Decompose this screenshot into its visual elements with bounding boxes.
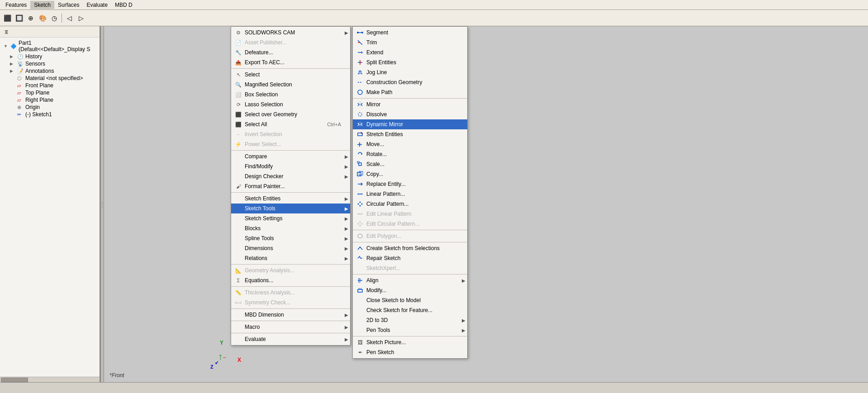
menu-item-solidworks-cam[interactable]: ⚙ SOLIDWORKS CAM ▶ <box>231 28 350 38</box>
menu-item-find-modify[interactable]: Find/Modify ▶ <box>231 161 350 171</box>
menu-item-export-aec[interactable]: 📤 Export To AEC... <box>231 57 350 67</box>
menu-item-align[interactable]: Align ▶ <box>353 275 467 285</box>
menu-item-macro[interactable]: Macro ▶ <box>231 322 350 332</box>
menu-item-extend[interactable]: Extend <box>353 47 467 57</box>
menu-item-stretch-entities[interactable]: Stretch Entities <box>353 129 467 139</box>
menu-item-mirror[interactable]: Mirror <box>353 99 467 109</box>
tree-item-origin[interactable]: ▶ ⊕ Origin <box>0 104 100 111</box>
menu-item-segment[interactable]: Segment <box>353 28 467 38</box>
menu-item-select-all[interactable]: ⬛ Select All Ctrl+A <box>231 119 350 129</box>
svg-point-21 <box>360 194 361 195</box>
menu-item-make-path[interactable]: Make Path <box>353 87 467 97</box>
menu-item-rotate[interactable]: Rotate... <box>353 149 467 159</box>
toolbar-btn-2[interactable]: 🔲 <box>14 13 24 24</box>
menu-item-blocks[interactable]: Blocks ▶ <box>231 223 350 233</box>
menu-item-evaluate[interactable]: Evaluate ▶ <box>231 334 350 344</box>
menu-item-compare[interactable]: Compare ▶ <box>231 152 350 161</box>
menu-features[interactable]: Features <box>2 1 30 9</box>
sep-2 <box>231 150 350 151</box>
menu-item-circular-pattern[interactable]: Circular Pattern... <box>353 199 467 209</box>
menu-item-relations[interactable]: Relations ▶ <box>231 253 350 263</box>
menu-item-box-selection[interactable]: ⬜ Box Selection <box>231 90 350 99</box>
menu-item-create-sketch-from-selections[interactable]: Create Sketch from Selections <box>353 243 467 253</box>
viewport[interactable]: Y ↑ → X Z ↙ *Front ⚙ SOLIDWORKS CAM ▶ 📄 … <box>104 26 868 382</box>
menu-item-pen-sketch[interactable]: ✒ Pen Sketch <box>353 347 467 357</box>
tree-label-sensors: Sensors <box>25 61 45 67</box>
menu-sketch[interactable]: Sketch <box>30 1 54 9</box>
edit-linear-pattern-icon <box>356 210 364 218</box>
tree-expand-sensors[interactable]: ▶ <box>10 62 15 66</box>
edit-circular-pattern-label: Edit Circular Pattern... <box>366 221 419 227</box>
dynamic-mirror-label: Dynamic Mirror <box>366 121 403 128</box>
tree-item-sketch1[interactable]: ▶ ✏ (-) Sketch1 <box>0 111 100 118</box>
find-modify-label: Find/Modify <box>245 163 273 170</box>
toolbar-btn-4[interactable]: 🎨 <box>37 13 48 24</box>
menu-item-equations[interactable]: Σ Equations... <box>231 275 350 285</box>
toolbar-btn-3[interactable]: ⊕ <box>25 13 36 24</box>
menu-surfaces[interactable]: Surfaces <box>54 1 83 9</box>
menu-item-lasso-selection[interactable]: ⟳ Lasso Selection <box>231 99 350 109</box>
menu-mbd[interactable]: MBD D <box>111 1 136 9</box>
menu-item-dimensions[interactable]: Dimensions ▶ <box>231 243 350 253</box>
tree-item-right-plane[interactable]: ▶ ▱ Right Plane <box>0 96 100 104</box>
tree-expand-history[interactable]: ▶ <box>10 54 15 59</box>
menu-item-sketch-settings[interactable]: Sketch Settings ▶ <box>231 213 350 223</box>
menu-item-copy[interactable]: Copy... <box>353 169 467 179</box>
menu-item-move[interactable]: Move... <box>353 139 467 149</box>
spline-tools-label: Spline Tools <box>245 235 274 241</box>
menu-item-dissolve[interactable]: Dissolve <box>353 109 467 119</box>
menu-evaluate[interactable]: Evaluate <box>83 1 111 9</box>
menu-item-defeature[interactable]: 🔧 Defeature... <box>231 47 350 57</box>
menu-item-sketch-picture[interactable]: 🖼 Sketch Picture... <box>353 337 467 347</box>
tree-hscrollbar[interactable] <box>0 377 100 382</box>
menu-item-design-checker[interactable]: Design Checker ▶ <box>231 171 350 181</box>
menu-item-jog-line[interactable]: Jog Line <box>353 67 467 77</box>
thickness-analysis-label: Thickness Analysis... <box>245 289 295 296</box>
menu-item-select-over-geometry[interactable]: ⬛ Select over Geometry <box>231 109 350 119</box>
menu-item-close-sketch-to-model[interactable]: Close Sketch to Model <box>353 295 467 305</box>
menu-item-replace-entity[interactable]: Replace Entity... <box>353 179 467 189</box>
menu-item-construction-geometry[interactable]: Construction Geometry <box>353 77 467 87</box>
tree-icon-part: 🔷 <box>10 43 17 49</box>
tree-item-top-plane[interactable]: ▶ ▱ Top Plane <box>0 89 100 96</box>
menu-item-repair-sketch[interactable]: Repair Sketch <box>353 253 467 263</box>
menu-item-modify[interactable]: Modify... <box>353 285 467 295</box>
tree-resize-handle[interactable] <box>100 26 104 382</box>
tree-icon-filter[interactable]: ⧖ <box>2 27 11 36</box>
menu-item-select[interactable]: ↖ Select <box>231 70 350 80</box>
toolbar-btn-1[interactable]: ⬛ <box>2 13 13 24</box>
tree-expand-part[interactable]: ▼ <box>4 44 9 48</box>
menu-item-mbd-dimension[interactable]: MBD Dimension ▶ <box>231 310 350 320</box>
tree-item-annotations[interactable]: ▶ 📝 Annotations <box>0 67 100 75</box>
toolbar-btn-5[interactable]: ◷ <box>49 13 60 24</box>
sub-sep-4 <box>353 274 467 275</box>
tree-item-material[interactable]: ▶ ⬡ Material <not specified> <box>0 75 100 82</box>
copy-label: Copy... <box>366 171 383 177</box>
menu-item-sketch-entities[interactable]: Sketch Entities ▶ <box>231 194 350 204</box>
menu-item-dynamic-mirror[interactable]: Dynamic Mirror <box>353 119 467 129</box>
toolbar-btn-6[interactable]: ◁ <box>64 13 75 24</box>
toolbar-btn-7[interactable]: ▷ <box>76 13 86 24</box>
menu-item-linear-pattern[interactable]: Linear Pattern... <box>353 189 467 199</box>
tree-scroll-thumb[interactable] <box>1 378 28 382</box>
menu-item-pen-tools[interactable]: Pen Tools ▶ <box>353 325 467 335</box>
menu-item-split-entities[interactable]: Split Entities <box>353 57 467 67</box>
tree-item-sensors[interactable]: ▶ 📡 Sensors <box>0 60 100 67</box>
menu-item-trim[interactable]: Trim <box>353 38 467 47</box>
menu-item-sketch-tools[interactable]: Sketch Tools ▶ <box>231 204 350 213</box>
tree-expand-annotations[interactable]: ▶ <box>10 69 15 73</box>
menu-item-magnified-selection[interactable]: 🔍 Magnified Selection <box>231 80 350 90</box>
tree-item-part[interactable]: ▼ 🔷 Part1 (Default<<Default>_Display S <box>0 39 100 53</box>
svg-point-31 <box>361 223 363 225</box>
tree-item-history[interactable]: ▶ 🕐 History <box>0 53 100 60</box>
menu-item-format-painter[interactable]: 🖌 Format Painter... <box>231 181 350 191</box>
sep-8 <box>231 333 350 333</box>
menu-item-check-sketch-for-feature[interactable]: Check Sketch for Feature... <box>353 305 467 315</box>
menu-item-2d-to-3d[interactable]: 2D to 3D ▶ <box>353 315 467 325</box>
menu-item-scale[interactable]: Scale... <box>353 159 467 169</box>
export-aec-icon: 📤 <box>235 59 242 66</box>
tree-item-front-plane[interactable]: ▶ ▱ Front Plane <box>0 82 100 89</box>
tree-icon-front-plane: ▱ <box>17 83 24 89</box>
main-layout: ⧖ ▼ 🔷 Part1 (Default<<Default>_Display S… <box>0 26 868 382</box>
menu-item-spline-tools[interactable]: Spline Tools ▶ <box>231 233 350 243</box>
